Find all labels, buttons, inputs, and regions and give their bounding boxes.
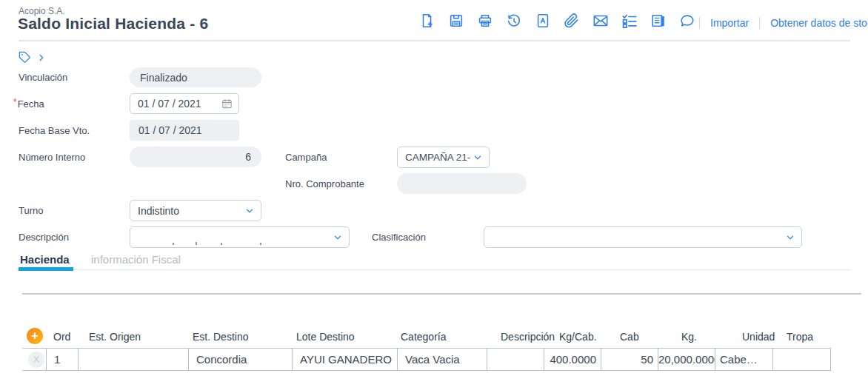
- col-header-descripcion[interactable]: Descripción: [501, 331, 555, 343]
- header-links: Importar Obtener datos de stock: [699, 16, 868, 30]
- active-tab-underline: [19, 267, 73, 271]
- print-icon[interactable]: [477, 13, 493, 29]
- col-header-tropa[interactable]: Tropa: [787, 331, 813, 343]
- clasificacion-label: Clasificación: [372, 232, 426, 243]
- chevron-down-icon: [333, 232, 343, 243]
- chevron-down-icon: [473, 152, 483, 163]
- turno-label: Turno: [19, 205, 43, 216]
- pdf-icon[interactable]: [535, 13, 551, 29]
- col-header-ord[interactable]: Ord: [53, 331, 70, 343]
- turno-value: Indistinto: [138, 205, 179, 217]
- email-icon[interactable]: [592, 13, 609, 29]
- importar-link[interactable]: Importar: [699, 17, 759, 29]
- table-row[interactable]: X 1 Concordia AYUI GANADERO Vaca Vacia 4…: [22, 348, 831, 371]
- report-icon[interactable]: [650, 13, 667, 29]
- page-title: Saldo Inicial Hacienda - 6: [18, 15, 208, 33]
- calendar-icon[interactable]: [221, 98, 233, 110]
- descripcion-label: Descripción: [19, 232, 69, 243]
- toolbar: [419, 13, 695, 29]
- col-header-kg-cab[interactable]: Kg/Cab.: [559, 331, 597, 343]
- vinculacion-label: Vinculación: [19, 72, 67, 83]
- header-divider: [19, 40, 850, 41]
- history-icon[interactable]: [506, 13, 522, 29]
- chevron-down-icon: [785, 232, 795, 243]
- vinculacion-value: Finalizado: [140, 72, 187, 84]
- fecha-base-value: 01 / 07 / 2021: [138, 124, 202, 136]
- chevron-down-icon: [244, 206, 255, 216]
- cell-lote-destino[interactable]: AYUI GANADERO: [292, 349, 397, 371]
- tag-row: [19, 51, 47, 64]
- col-header-est-destino[interactable]: Est. Destino: [193, 331, 248, 343]
- cell-kg-cab[interactable]: 400.0000: [544, 349, 601, 371]
- fecha-input[interactable]: 01 / 07 / 2021: [130, 93, 239, 114]
- turno-select[interactable]: Indistinto: [130, 200, 261, 221]
- col-header-est-origen[interactable]: Est. Origen: [89, 331, 141, 343]
- col-header-categoria[interactable]: Categoría: [401, 331, 446, 343]
- fecha-value: 01 / 07 / 2021: [138, 98, 201, 110]
- fecha-base-label: Fecha Base Vto.: [19, 125, 90, 136]
- fecha-base-field: 01 / 07 / 2021: [130, 120, 239, 141]
- numero-interno-field: 6: [130, 147, 261, 167]
- obtener-datos-link[interactable]: Obtener datos de stock: [759, 17, 868, 29]
- save-icon[interactable]: [448, 13, 464, 29]
- tag-icon[interactable]: [19, 51, 31, 64]
- cell-descripcion[interactable]: [487, 349, 544, 371]
- saldo-inicial-hacienda-page: Acopio S.A. Saldo Inicial Hacienda - 6: [0, 0, 868, 373]
- campana-select[interactable]: CAMPAÑA 21-2: [397, 147, 490, 168]
- delete-row-button[interactable]: X: [28, 352, 44, 368]
- nro-comprobante-label: Nro. Comprobante: [285, 178, 364, 189]
- new-document-icon[interactable]: [419, 13, 435, 29]
- col-header-lote-destino[interactable]: Lote Destino: [296, 331, 355, 343]
- numero-interno-value: 6: [245, 151, 251, 163]
- cell-tropa[interactable]: [772, 349, 831, 371]
- descripcion-select[interactable]: [130, 226, 350, 248]
- nro-comprobante-field: [397, 173, 527, 194]
- cell-kg[interactable]: 20,000.0000: [658, 349, 715, 371]
- tabs-divider: [19, 269, 850, 270]
- chevron-right-icon[interactable]: [36, 53, 47, 63]
- tab-hacienda[interactable]: Hacienda: [20, 253, 70, 266]
- col-header-unidad[interactable]: Unidad: [742, 331, 775, 343]
- cell-est-destino[interactable]: Concordia: [188, 349, 292, 371]
- cell-unidad[interactable]: Cabe…: [715, 349, 772, 371]
- table-scrollbar[interactable]: [22, 293, 861, 295]
- fecha-label: *Fecha: [13, 98, 44, 110]
- col-header-kg[interactable]: Kg.: [681, 331, 697, 343]
- vinculacion-field: Finalizado: [130, 67, 261, 87]
- tab-informacion-fiscal[interactable]: información Fiscal: [91, 253, 181, 266]
- numero-interno-label: Número Interno: [19, 152, 85, 163]
- clasificacion-select[interactable]: [484, 226, 802, 248]
- attachment-icon[interactable]: [564, 13, 580, 29]
- cell-cab[interactable]: 50: [601, 349, 658, 371]
- clipped-text-marks: [171, 242, 319, 245]
- required-marker: *: [13, 97, 17, 107]
- fecha-label-text: Fecha: [18, 98, 44, 110]
- comment-icon[interactable]: [679, 13, 695, 29]
- checklist-icon[interactable]: [621, 13, 638, 29]
- col-header-cab[interactable]: Cab: [620, 331, 639, 343]
- cell-ord[interactable]: 1: [46, 349, 78, 371]
- add-row-button[interactable]: +: [27, 328, 43, 344]
- cell-est-origen[interactable]: [78, 349, 188, 371]
- campana-label: Campaña: [285, 152, 327, 163]
- campana-value: CAMPAÑA 21-2: [405, 152, 470, 163]
- cell-categoria[interactable]: Vaca Vacia: [397, 349, 487, 371]
